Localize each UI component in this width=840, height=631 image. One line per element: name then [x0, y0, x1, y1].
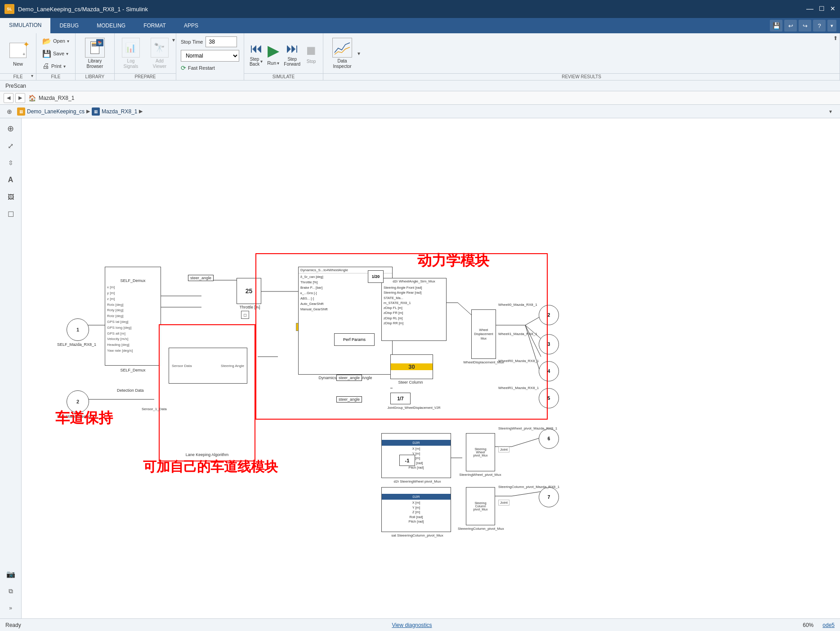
run-button[interactable]: ▶ Run ▾ — [267, 41, 279, 66]
stop-time-input[interactable] — [206, 36, 237, 47]
stop-button[interactable]: ⏹ Stop — [305, 43, 317, 64]
subsystem-name[interactable]: Mazda_RX8_1 — [102, 108, 137, 115]
wheel-i1-output[interactable]: 3 — [539, 334, 559, 354]
expand-more-button[interactable]: » — [3, 600, 18, 616]
perf-params-block[interactable]: Perf Params — [334, 333, 375, 346]
tab-simulation[interactable]: SIMULATION — [0, 18, 50, 33]
undo-button[interactable]: ↩ — [784, 20, 797, 31]
output-7-circle[interactable]: 7 — [539, 487, 559, 507]
prepare-dropdown[interactable]: ▾ — [172, 37, 175, 43]
steer-col-mux-block[interactable]: SteeringColumnpivot_Mux — [466, 487, 495, 525]
collapse-toolbar-button[interactable]: ⬆ — [833, 35, 838, 41]
self-mazda-label: SELF_Mazda_RX8_1 — [51, 342, 103, 347]
box-tool-button[interactable]: ☐ — [3, 206, 18, 222]
save-button[interactable]: 💾 Save ▾ — [40, 48, 71, 59]
maximize-button[interactable]: ☐ — [819, 5, 825, 13]
app-icon: SL — [4, 4, 14, 14]
redo-button[interactable]: ↪ — [799, 20, 811, 31]
screenshot-button[interactable]: 📷 — [3, 566, 18, 582]
nav-back-button[interactable]: ◀ — [4, 93, 13, 103]
layers-button[interactable]: ⧉ — [3, 583, 18, 599]
file-section-label: FILE — [0, 73, 36, 79]
tab-apps[interactable]: APPS — [175, 18, 207, 33]
zoom-fit-button[interactable]: ⤢ — [3, 138, 18, 153]
lane-keeping-algorithm-label: Lane Keeping Algorithm — [160, 452, 255, 457]
zoom-in-button[interactable]: ⊕ — [3, 121, 18, 136]
nav-forward-button[interactable]: ▶ — [15, 93, 25, 103]
one-over-7-block[interactable]: 1/7 — [390, 393, 411, 404]
model-name[interactable]: Demo_LaneKeeping_cs — [27, 108, 85, 115]
menu-dropdown-button[interactable]: ▾ — [827, 20, 836, 31]
steer-pivot-mux-block[interactable]: SteeringWheelpivot_Mux — [466, 433, 495, 471]
left-sidebar: ⊕ ⤢ ⇳ A 🖼 ☐ 📷 ⧉ » — [0, 118, 22, 618]
breadcrumb-current: Mazda_RX8_1 — [39, 95, 74, 101]
lane-sensor-circle[interactable]: 2 — [67, 390, 89, 413]
self-mazda-circle[interactable]: 1 — [67, 318, 89, 341]
window-title: Demo_LaneKeeping_cs/Mazda_RX8_1 - Simuli… — [18, 6, 803, 13]
zoom-custom-button[interactable]: ⇳ — [3, 155, 18, 170]
print-button[interactable]: 🖨 Print ▾ — [40, 61, 71, 72]
simulate-section-label: SIMULATE — [244, 73, 323, 79]
wheel-disp-mux-block[interactable]: WheelDisplacementMux — [471, 309, 496, 359]
svg-line-16 — [512, 438, 541, 447]
one-over-20-block[interactable]: 1/20 — [368, 270, 384, 283]
file-section: 📂 Open ▾ 💾 Save ▾ 🖨 Print ▾ FILE — [36, 33, 76, 80]
save-toolbar-button[interactable]: 💾 — [770, 20, 782, 31]
toolbar: ✦ + New ▾ FILE 📂 Open ▾ 💾 Save ▾ 🖨 Print… — [0, 33, 840, 81]
fast-restart-button[interactable]: ⟳ Fast Restart — [181, 64, 239, 72]
lane-keeping-inner-block[interactable]: Sensor Data Steering Angle — [169, 348, 247, 384]
view-diagnostics-link[interactable]: View diagnostics — [392, 622, 432, 628]
throttle-label: Throttle [%] — [235, 305, 264, 309]
path-dropdown-button[interactable]: ▾ — [825, 106, 836, 117]
tab-format[interactable]: FORMAT — [134, 18, 175, 33]
main-canvas: SELF_Demux x [m] y [m] z [m] Rotx [deg] … — [22, 118, 840, 618]
self-demux-block[interactable]: SELF_Demux x [m] y [m] z [m] Rotx [deg] … — [105, 267, 161, 366]
help-button[interactable]: ? — [813, 20, 826, 31]
wheel-r1-output[interactable]: 5 — [539, 388, 559, 408]
jointgroup-label: JointGroup_WheelDisplacement_V2R — [379, 406, 449, 409]
wheel-i1-label: WheelI1_Mazda_RX8_1 — [498, 332, 537, 336]
wheel-r0-output[interactable]: 4 — [539, 361, 559, 381]
prepare-section-label: PREPARE — [115, 73, 176, 79]
step-forward-button[interactable]: ⏭ Step Forward — [284, 41, 300, 67]
d2r-wheel-block[interactable]: d2r WheelAngle_Sim_Mux Steering Angle Fr… — [381, 278, 447, 341]
throttle-const-block[interactable]: 25 — [237, 278, 261, 304]
path-zoom-button[interactable]: ⊕ — [4, 106, 15, 117]
close-button[interactable]: ✕ — [830, 5, 836, 13]
text-tool-button[interactable]: A — [3, 172, 18, 188]
steer-column-30-block[interactable]: 30 — [390, 354, 433, 379]
d2r-steer-col-block[interactable]: D2R X [m]Y [m]Z [m]Roll [rad]Pitch [rad] — [381, 487, 451, 532]
joint-label-1: Joint — [498, 447, 509, 452]
tab-debug[interactable]: DEBUG — [50, 18, 88, 33]
output-6-circle[interactable]: 6 — [539, 429, 559, 449]
nav-home-button[interactable]: 🏠 — [27, 93, 37, 103]
image-tool-button[interactable]: 🖼 — [3, 189, 18, 205]
open-button[interactable]: 📂 Open ▾ — [40, 36, 71, 47]
step-back-button[interactable]: ⏮ Step Back ▾ — [250, 41, 263, 67]
minimize-button[interactable]: — — [806, 5, 813, 13]
wheel-r0-label: WheelR0_Mazda_RX8_1 — [498, 359, 539, 363]
dynamics-annotation-label: 动力学模块 — [417, 251, 489, 271]
new-button[interactable]: ✦ + — [5, 40, 31, 60]
add-viewer-button[interactable]: 🔭 Add Viewer — [147, 36, 172, 71]
data-inspector-button[interactable]: DataInspector — [329, 36, 356, 71]
sim-mode-select[interactable]: Normal — [181, 50, 239, 62]
lane-keeping-box[interactable]: Sensor Data Steering Angle Lane Keeping … — [159, 324, 255, 461]
log-signals-button[interactable]: 📊 Log Signals — [118, 36, 143, 71]
tab-modeling[interactable]: MODELING — [88, 18, 134, 33]
d2r-steering-block[interactable]: D2R X [m]Y [m]Z [m]Roll [rad]Pitch [rad] — [381, 433, 451, 478]
model-icon: ▦ — [17, 107, 25, 116]
connector-block[interactable]: □ — [241, 311, 249, 319]
svg-line-18 — [512, 492, 541, 496]
log-signals-label: Log Signals — [124, 58, 139, 69]
steer-column-label: Steer Column — [388, 380, 433, 385]
status-bar: Ready View diagnostics 60% ode5 — [0, 618, 840, 631]
library-browser-button[interactable]: 📚 LibraryBrowser — [81, 36, 109, 72]
neg1-block[interactable]: -1 — [399, 455, 415, 466]
breadcrumb-nav-bar: ◀ ▶ 🏠 Mazda_RX8_1 — [0, 91, 840, 105]
wheel-i0-output[interactable]: 2 — [539, 305, 559, 325]
steer-col-mux-label: SteeeringColumn_pivot_Mux — [458, 527, 503, 531]
dynamics-block[interactable]: Dynamics_S...to4WheelAngle δ_Sr_can [deg… — [298, 267, 393, 375]
wheel-i0-label: WheelI0_Mazda_RX8_1 — [498, 303, 537, 307]
menu-bar: SIMULATION DEBUG MODELING FORMAT APPS 💾 … — [0, 18, 840, 33]
